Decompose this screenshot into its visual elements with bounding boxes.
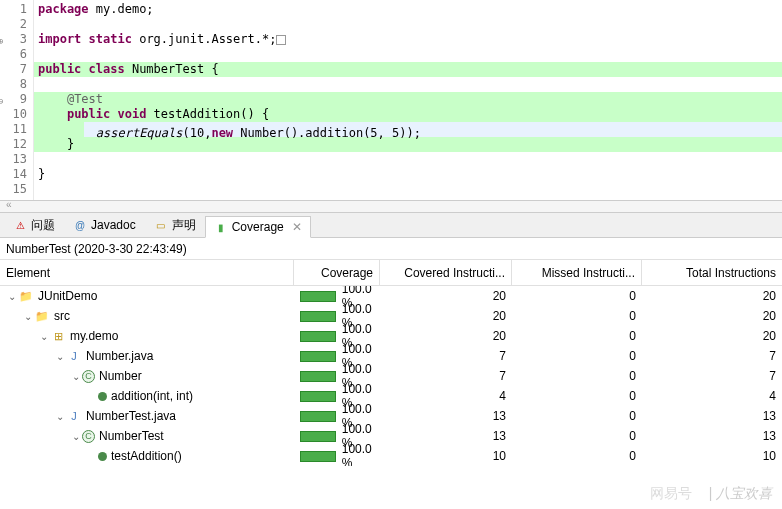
- code-area[interactable]: package my.demo; import static org.junit…: [34, 0, 782, 200]
- tree-label: testAddition(): [111, 449, 182, 463]
- tree-label: src: [54, 309, 70, 323]
- tab-decl[interactable]: ▭声明: [145, 214, 205, 236]
- java-icon: J: [66, 348, 82, 364]
- twisty-icon[interactable]: ⌄: [54, 411, 66, 422]
- coverage-icon: ▮: [214, 220, 228, 234]
- col-total[interactable]: Total Instructions: [642, 260, 782, 285]
- code-editor[interactable]: 123⊕6789⊖101112131415 package my.demo; i…: [0, 0, 782, 200]
- coverage-bar: [300, 431, 336, 442]
- tree-label: NumberTest.java: [86, 409, 176, 423]
- javadoc-icon: @: [73, 218, 87, 232]
- coverage-table-header[interactable]: Element Coverage Covered Instructi... Mi…: [0, 260, 782, 286]
- src-icon: 📁: [34, 308, 50, 324]
- twisty-icon[interactable]: ⌄: [70, 431, 82, 442]
- proj-icon: 📁: [18, 288, 34, 304]
- coverage-bar: [300, 311, 336, 322]
- table-row[interactable]: ⌄CNumberTest100.0 %13013: [0, 426, 782, 446]
- missed-value: 0: [512, 429, 642, 443]
- table-row[interactable]: ⌄CNumber100.0 %707: [0, 366, 782, 386]
- missed-value: 0: [512, 349, 642, 363]
- missed-value: 0: [512, 449, 642, 463]
- col-coverage[interactable]: Coverage: [294, 260, 380, 285]
- table-row[interactable]: ⌄JNumber.java100.0 %707: [0, 346, 782, 366]
- missed-value: 0: [512, 369, 642, 383]
- coverage-bar: [300, 391, 336, 402]
- missed-value: 0: [512, 409, 642, 423]
- table-row[interactable]: ⌄📁src100.0 %20020: [0, 306, 782, 326]
- tab-label: Javadoc: [91, 218, 136, 232]
- tree-label: JUnitDemo: [38, 289, 97, 303]
- watermark-brand: 网易号: [650, 485, 692, 503]
- coverage-session-info: NumberTest (2020-3-30 22:43:49): [0, 238, 782, 260]
- tab-javadoc[interactable]: @Javadoc: [64, 214, 145, 236]
- decl-icon: ▭: [154, 218, 168, 232]
- twisty-icon[interactable]: ⌄: [6, 291, 18, 302]
- watermark-name: | 八宝欢喜: [708, 485, 772, 503]
- table-row[interactable]: ⌄📁JUnitDemo100.0 %20020: [0, 286, 782, 306]
- covered-value: 20: [380, 329, 512, 343]
- missed-value: 0: [512, 329, 642, 343]
- coverage-bar: [300, 331, 336, 342]
- total-value: 13: [642, 429, 782, 443]
- total-value: 4: [642, 389, 782, 403]
- covered-value: 20: [380, 309, 512, 323]
- table-row[interactable]: ⌄⊞my.demo100.0 %20020: [0, 326, 782, 346]
- tab-label: 声明: [172, 217, 196, 234]
- missed-value: 0: [512, 289, 642, 303]
- tree-label: my.demo: [70, 329, 118, 343]
- tree-label: addition(int, int): [111, 389, 193, 403]
- pkg-icon: ⊞: [50, 328, 66, 344]
- total-value: 7: [642, 369, 782, 383]
- twisty-icon[interactable]: ⌄: [54, 351, 66, 362]
- covered-value: 20: [380, 289, 512, 303]
- total-value: 7: [642, 349, 782, 363]
- java-icon: J: [66, 408, 82, 424]
- bottom-tab-bar[interactable]: ⚠问题@Javadoc▭声明▮Coverage✕: [0, 212, 782, 238]
- covered-value: 13: [380, 429, 512, 443]
- coverage-bar: [300, 371, 336, 382]
- twisty-icon[interactable]: ⌄: [70, 371, 82, 382]
- tree-label: NumberTest: [99, 429, 164, 443]
- close-icon[interactable]: ✕: [292, 220, 302, 234]
- tab-coverage[interactable]: ▮Coverage✕: [205, 216, 311, 238]
- twisty-icon[interactable]: ⌄: [22, 311, 34, 322]
- total-value: 20: [642, 289, 782, 303]
- tab-problems[interactable]: ⚠问题: [4, 214, 64, 236]
- col-covered[interactable]: Covered Instructi...: [380, 260, 512, 285]
- total-value: 20: [642, 309, 782, 323]
- covered-value: 13: [380, 409, 512, 423]
- coverage-percent: 100.0 %: [342, 442, 374, 466]
- coverage-bar: [300, 351, 336, 362]
- col-element[interactable]: Element: [0, 260, 294, 285]
- total-value: 10: [642, 449, 782, 463]
- coverage-bar: [300, 291, 336, 302]
- missed-value: 0: [512, 309, 642, 323]
- tree-label: Number: [99, 369, 142, 383]
- class-icon: C: [82, 370, 95, 383]
- col-missed[interactable]: Missed Instructi...: [512, 260, 642, 285]
- covered-value: 10: [380, 449, 512, 463]
- covered-value: 7: [380, 369, 512, 383]
- total-value: 20: [642, 329, 782, 343]
- covered-value: 4: [380, 389, 512, 403]
- table-row[interactable]: addition(int, int)100.0 %404: [0, 386, 782, 406]
- class-icon: C: [82, 430, 95, 443]
- coverage-bar: [300, 451, 336, 462]
- coverage-bar: [300, 411, 336, 422]
- table-row[interactable]: testAddition()100.0 %10010: [0, 446, 782, 466]
- coverage-tree[interactable]: ⌄📁JUnitDemo100.0 %20020⌄📁src100.0 %20020…: [0, 286, 782, 466]
- covered-value: 7: [380, 349, 512, 363]
- table-row[interactable]: ⌄JNumberTest.java100.0 %13013: [0, 406, 782, 426]
- tree-label: Number.java: [86, 349, 153, 363]
- editor-collapse-bar[interactable]: [0, 200, 782, 212]
- method-icon: [98, 392, 107, 401]
- tab-label: 问题: [31, 217, 55, 234]
- total-value: 13: [642, 409, 782, 423]
- line-gutter: 123⊕6789⊖101112131415: [0, 0, 34, 200]
- missed-value: 0: [512, 389, 642, 403]
- twisty-icon[interactable]: ⌄: [38, 331, 50, 342]
- problems-icon: ⚠: [13, 218, 27, 232]
- tab-label: Coverage: [232, 220, 284, 234]
- method-icon: [98, 452, 107, 461]
